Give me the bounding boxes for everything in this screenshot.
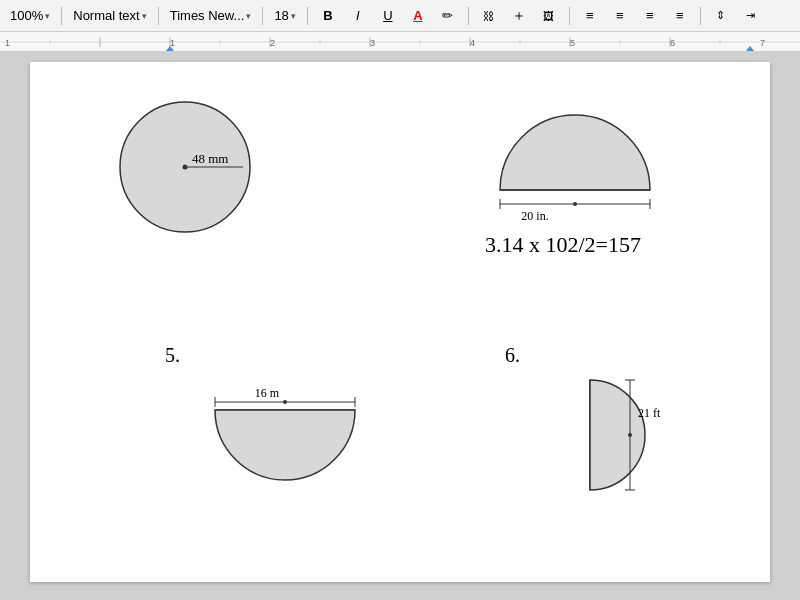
- label-5: 5.: [165, 344, 180, 366]
- toolbar-separator-5: [468, 7, 469, 25]
- italic-button[interactable]: I: [345, 4, 371, 28]
- svg-text:2: 2: [270, 38, 275, 48]
- label-6: 6.: [505, 344, 520, 366]
- semicircle-5: [215, 410, 355, 480]
- toolbar-separator-4: [307, 7, 308, 25]
- bold-button[interactable]: B: [315, 4, 341, 28]
- svg-text:5: 5: [570, 38, 575, 48]
- style-selector[interactable]: Normal text ▾: [69, 6, 150, 25]
- toolbar: 100% ▾ Normal text ▾ Times New... ▾ 18 ▾…: [0, 0, 800, 32]
- circle-label: 48 mm: [192, 151, 228, 166]
- align-center-button[interactable]: ≡: [607, 4, 633, 28]
- font-selector[interactable]: Times New... ▾: [166, 6, 256, 25]
- indent-button[interactable]: ⇥: [738, 4, 764, 28]
- highlight-button[interactable]: ✏: [435, 4, 461, 28]
- justify-button[interactable]: ≡: [667, 4, 693, 28]
- underline-button[interactable]: U: [375, 4, 401, 28]
- semicircle-6: [590, 380, 645, 490]
- toolbar-separator-6: [569, 7, 570, 25]
- svg-text:7: 7: [760, 38, 765, 48]
- circle-center-dot: [183, 165, 188, 170]
- image-button[interactable]: 🖼: [536, 4, 562, 28]
- zoom-value: 100%: [10, 8, 43, 23]
- insert-button[interactable]: ＋: [506, 4, 532, 28]
- toolbar-separator-7: [700, 7, 701, 25]
- svg-text:6: 6: [670, 38, 675, 48]
- page-svg: 48 mm 20 in. 3.14 x 102/2=157 5. 6. 16: [30, 62, 770, 582]
- ruler: 1 1 2 3 4 5 6 7: [0, 32, 800, 52]
- dim-6-center-dot: [628, 433, 632, 437]
- label-21ft: 21 ft: [638, 406, 661, 420]
- svg-text:1: 1: [170, 38, 175, 48]
- line-spacing-button[interactable]: ⇕: [708, 4, 734, 28]
- semicircle-top: [500, 115, 650, 190]
- zoom-selector[interactable]: 100% ▾: [6, 6, 54, 25]
- toolbar-separator-1: [61, 7, 62, 25]
- dim-5-center-dot: [283, 400, 287, 404]
- toolbar-separator-3: [262, 7, 263, 25]
- size-dropdown-arrow: ▾: [291, 11, 296, 21]
- font-dropdown-arrow: ▾: [246, 11, 251, 21]
- svg-text:4: 4: [470, 38, 475, 48]
- align-left-button[interactable]: ≡: [577, 4, 603, 28]
- style-value: Normal text: [73, 8, 139, 23]
- semicircle-top-label: 20 in.: [521, 209, 548, 223]
- document-page[interactable]: 48 mm 20 in. 3.14 x 102/2=157 5. 6. 16: [30, 62, 770, 582]
- align-right-button[interactable]: ≡: [637, 4, 663, 28]
- font-value: Times New...: [170, 8, 245, 23]
- svg-text:1: 1: [5, 38, 10, 48]
- font-color-button[interactable]: A: [405, 4, 431, 28]
- formula-text: 3.14 x 102/2=157: [485, 232, 641, 257]
- font-size-selector[interactable]: 18 ▾: [270, 6, 299, 25]
- document-area: 48 mm 20 in. 3.14 x 102/2=157 5. 6. 16: [0, 52, 800, 600]
- font-size-value: 18: [274, 8, 288, 23]
- svg-text:3: 3: [370, 38, 375, 48]
- link-button[interactable]: ⛓: [476, 4, 502, 28]
- style-dropdown-arrow: ▾: [142, 11, 147, 21]
- label-16m: 16 m: [255, 386, 280, 400]
- dim-center-dot: [573, 202, 577, 206]
- ruler-svg: 1 1 2 3 4 5 6 7: [0, 32, 800, 51]
- toolbar-separator-2: [158, 7, 159, 25]
- zoom-dropdown-arrow: ▾: [45, 11, 50, 21]
- svg-rect-0: [0, 32, 800, 51]
